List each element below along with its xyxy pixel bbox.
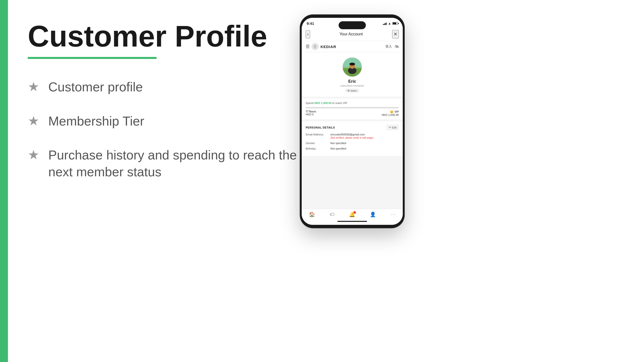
tier-dot (348, 90, 350, 92)
bullet-star-1: ★ (28, 80, 40, 94)
birthday-label: Birthday: (306, 147, 330, 150)
bullet-star-3: ★ (28, 148, 40, 162)
brand-nav: ☰ KEDIAR 登入 🛍 (302, 41, 403, 52)
brand-right: 登入 🛍 (386, 44, 399, 49)
brand-left: ☰ KEDIAR (306, 43, 336, 50)
email-label: Email Address: (306, 133, 330, 136)
email-value-block: ericcoke656566@gmail.com (Not verified, … (330, 133, 373, 139)
tier-label-vip: 👑 VIP HKD 1,000.00 (382, 110, 399, 116)
birthday-row: Birthday: Not specified (306, 147, 399, 150)
close-button[interactable]: ✕ (392, 30, 399, 38)
cart-icon[interactable]: 🛍 (395, 44, 399, 49)
bullet-item-3: ★ Purchase history and spending to reach… (28, 147, 300, 180)
right-section: 9:41 ▲ (300, 15, 404, 228)
shop-icon: 🏷 (330, 212, 335, 217)
svg-point-7 (350, 63, 355, 65)
vip-crown-icon: 👑 (390, 110, 394, 113)
svg-point-1 (314, 45, 316, 47)
birthday-value: Not specified (330, 147, 346, 150)
phone-home-bar (302, 219, 403, 225)
brand-name: KEDIAR (320, 44, 336, 49)
home-icon: 🏠 (309, 211, 315, 217)
basic-tier-amount: HKD 0 (306, 113, 316, 116)
tier-bar-bg (306, 107, 399, 108)
main-content: Customer Profile ★ Customer profile ★ Me… (8, 0, 644, 362)
avatar-image (343, 58, 362, 76)
avatar (342, 57, 362, 77)
section-header: PERSONAL DETAILS ✏ Edit (306, 125, 399, 130)
vip-tier-amount: HKD 1,000.00 (382, 113, 399, 116)
app-header: ‹ Your Account ✕ (302, 27, 403, 41)
spend-text: Spend HKD 1,000.00 to reach VIP (306, 101, 399, 104)
dynamic-island (338, 21, 366, 29)
nav-item-notifications[interactable]: 🔔 (349, 211, 355, 217)
bullet-text-1: Customer profile (48, 79, 143, 96)
title-underline (28, 57, 156, 59)
gender-label: Gender: (306, 142, 330, 145)
gender-value: Not specified (330, 142, 346, 145)
phone-screen: 9:41 ▲ (302, 18, 403, 225)
bullet-star-2: ★ (28, 114, 40, 128)
edit-pencil-icon: ✏ (389, 126, 391, 129)
bottom-nav: 🏠 🏷 🔔 👤 ⋯ (302, 209, 403, 219)
profile-icon: 👤 (370, 211, 376, 217)
bullet-list: ★ Customer profile ★ Membership Tier ★ P… (28, 79, 300, 180)
email-row: Email Address: ericcoke656566@gmail.com … (306, 133, 399, 139)
more-icon: ⋯ (390, 211, 396, 217)
nav-item-more[interactable]: ⋯ (390, 211, 396, 217)
spend-suffix: to reach VIP (332, 101, 348, 104)
profile-name: Eric (348, 79, 356, 84)
bullet-item-2: ★ Membership Tier (28, 113, 300, 130)
tier-badge-label: basic (350, 89, 357, 92)
battery-fill (393, 22, 396, 24)
brand-logo (312, 43, 318, 50)
spend-prompt: Spend (306, 101, 314, 104)
nav-item-home[interactable]: 🏠 (309, 211, 315, 217)
signal-bars-icon (383, 22, 387, 25)
tier-bar-container (306, 107, 399, 108)
hamburger-icon[interactable]: ☰ (306, 44, 310, 49)
signal-bar-4 (386, 22, 387, 25)
wifi-icon: ▲ (388, 21, 391, 25)
page-title: Customer Profile (28, 20, 300, 52)
signal-bar-3 (385, 23, 386, 25)
login-button[interactable]: 登入 (386, 44, 392, 49)
basic-tier-name: 🛡 Basic (306, 110, 316, 113)
personal-details-section: PERSONAL DETAILS ✏ Edit Email Address: e… (302, 121, 403, 156)
not-verified-text: (Not verified, please verify in edit pag… (330, 136, 373, 139)
tier-label-basic: 🛡 Basic HKD 0 (306, 110, 316, 116)
spend-section: Spend HKD 1,000.00 to reach VIP (302, 98, 403, 119)
left-accent-bar (0, 0, 8, 362)
battery-icon (392, 22, 398, 25)
nav-item-profile[interactable]: 👤 (370, 211, 376, 217)
tier-labels: 🛡 Basic HKD 0 👑 VIP HKD 1,000.00 (306, 110, 399, 116)
edit-button[interactable]: ✏ Edit (387, 125, 399, 130)
home-bar-line (337, 221, 367, 222)
header-title: Your Account (340, 32, 363, 36)
back-button[interactable]: ‹ (306, 30, 310, 38)
left-section: Customer Profile ★ Customer profile ★ Me… (28, 15, 300, 180)
gender-row: Gender: Not specified (306, 142, 399, 145)
notification-dot (353, 211, 356, 214)
profile-content[interactable]: Eric subscribed newsletter basic Spend H… (302, 52, 403, 209)
profile-avatar-section: Eric subscribed newsletter basic (302, 52, 403, 97)
subscribed-label: subscribed newsletter (340, 84, 364, 87)
spend-amount: HKD 1,000.00 (314, 101, 332, 104)
bullet-item-1: ★ Customer profile (28, 79, 300, 96)
signal-bar-1 (383, 24, 384, 25)
phone-mockup: 9:41 ▲ (300, 15, 404, 228)
status-icons: ▲ (383, 21, 398, 25)
email-value: ericcoke656566@gmail.com (330, 133, 373, 136)
section-title: PERSONAL DETAILS (306, 126, 335, 129)
bullet-text-2: Membership Tier (48, 113, 144, 130)
status-time: 9:41 (307, 21, 314, 25)
vip-tier-name: 👑 VIP (390, 110, 399, 113)
nav-item-shop[interactable]: 🏷 (330, 212, 335, 217)
tier-badge: basic (345, 89, 360, 93)
bullet-text-3: Purchase history and spending to reach t… (48, 147, 300, 180)
signal-bar-2 (384, 23, 385, 25)
brand-logo-svg (313, 44, 317, 48)
